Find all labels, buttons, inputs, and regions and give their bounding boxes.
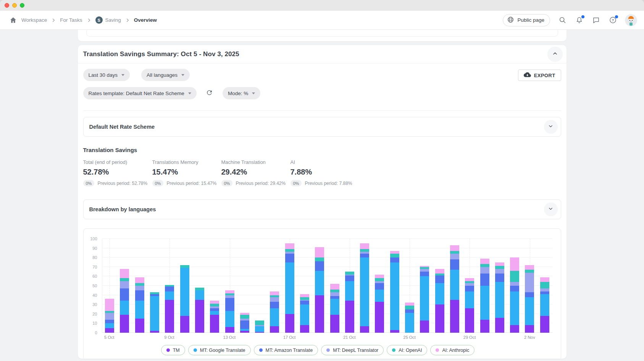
bar-stack-14-oct[interactable] xyxy=(240,313,249,333)
bar-segment[interactable] xyxy=(105,299,114,311)
bar-segment[interactable] xyxy=(300,325,309,333)
bar-segment[interactable] xyxy=(510,257,519,270)
bar-segment[interactable] xyxy=(525,265,534,270)
bar-segment[interactable] xyxy=(105,323,114,328)
bar-segment[interactable] xyxy=(510,271,519,282)
bar-segment[interactable] xyxy=(495,266,504,269)
bar-segment[interactable] xyxy=(450,254,459,259)
bar-segment[interactable] xyxy=(525,273,534,293)
bar-segment[interactable] xyxy=(345,281,354,301)
bar-stack-26-oct[interactable] xyxy=(420,266,429,333)
date-range-filter[interactable]: Last 30 days xyxy=(83,69,130,81)
bar-stack-25-oct[interactable] xyxy=(405,303,414,333)
bar-segment[interactable] xyxy=(120,278,129,281)
bar-segment[interactable] xyxy=(120,301,129,315)
bar-segment[interactable] xyxy=(240,315,249,319)
bar-segment[interactable] xyxy=(390,254,399,257)
bar-segment[interactable] xyxy=(405,313,414,333)
bar-segment[interactable] xyxy=(360,249,369,252)
bar-segment[interactable] xyxy=(450,270,459,300)
bar-segment[interactable] xyxy=(285,254,294,262)
legend-item-ai-openai[interactable]: AI: OpenAI xyxy=(387,345,427,355)
bar-segment[interactable] xyxy=(135,286,144,290)
bar-segment[interactable] xyxy=(300,297,309,300)
bar-segment[interactable] xyxy=(480,264,489,267)
mode-filter[interactable]: Mode: % xyxy=(223,87,260,99)
bar-segment[interactable] xyxy=(285,243,294,249)
bar-segment[interactable] xyxy=(240,331,249,333)
bar-segment[interactable] xyxy=(375,275,384,278)
bar-segment[interactable] xyxy=(195,288,204,290)
bar-segment[interactable] xyxy=(540,277,549,282)
breadcrumb-overview[interactable]: Overview xyxy=(134,17,157,23)
bar-segment[interactable] xyxy=(510,286,519,291)
bar-segment[interactable] xyxy=(255,332,264,333)
bar-stack-10-oct[interactable] xyxy=(180,265,189,333)
bar-segment[interactable] xyxy=(495,262,504,266)
bar-segment[interactable] xyxy=(510,291,519,325)
bar-segment[interactable] xyxy=(375,283,384,290)
bar-segment[interactable] xyxy=(270,308,279,326)
bar-segment[interactable] xyxy=(330,299,339,315)
bar-segment[interactable] xyxy=(495,282,504,317)
bar-segment[interactable] xyxy=(315,271,324,295)
bar-stack-23-oct[interactable] xyxy=(375,275,384,333)
bar-segment[interactable] xyxy=(135,277,144,283)
bar-segment[interactable] xyxy=(330,315,339,333)
breakdown-section-toggle[interactable]: Breakdown by languages xyxy=(83,199,561,219)
bar-segment[interactable] xyxy=(540,288,549,291)
rate-scheme-section-toggle[interactable]: Default Net Rate Scheme xyxy=(83,117,561,137)
legend-item-tm[interactable]: TM xyxy=(161,345,185,355)
bar-segment[interactable] xyxy=(120,281,129,289)
bar-segment[interactable] xyxy=(345,272,354,274)
bar-segment[interactable] xyxy=(210,301,219,303)
bar-stack-2-nov[interactable] xyxy=(525,265,534,333)
bar-segment[interactable] xyxy=(465,308,474,333)
bar-segment[interactable] xyxy=(330,284,339,290)
bar-segment[interactable] xyxy=(120,288,129,301)
bar-stack-24-oct[interactable] xyxy=(390,251,399,333)
bar-segment[interactable] xyxy=(315,257,324,261)
bar-segment[interactable] xyxy=(435,269,444,274)
breadcrumb-saving[interactable]: S Saving xyxy=(95,16,121,24)
bar-segment[interactable] xyxy=(315,295,324,333)
bar-segment[interactable] xyxy=(375,302,384,333)
bar-segment[interactable] xyxy=(105,320,114,324)
bar-stack-30-oct[interactable] xyxy=(480,259,489,333)
bar-segment[interactable] xyxy=(120,315,129,333)
bar-segment[interactable] xyxy=(360,243,369,249)
bar-stack-16-oct[interactable] xyxy=(270,291,279,333)
bar-segment[interactable] xyxy=(495,318,504,333)
bar-segment[interactable] xyxy=(225,290,234,293)
bar-segment[interactable] xyxy=(405,306,414,309)
bar-stack-27-oct[interactable] xyxy=(435,269,444,333)
bar-stack-29-oct[interactable] xyxy=(465,278,474,333)
bar-segment[interactable] xyxy=(465,278,474,281)
bar-segment[interactable] xyxy=(150,296,159,331)
bar-segment[interactable] xyxy=(510,282,519,286)
bar-segment[interactable] xyxy=(390,251,399,254)
bar-segment[interactable] xyxy=(135,319,144,333)
bar-segment[interactable] xyxy=(255,326,264,332)
bar-segment[interactable] xyxy=(540,291,549,294)
bar-segment[interactable] xyxy=(240,321,249,329)
bar-segment[interactable] xyxy=(210,308,219,311)
bar-segment[interactable] xyxy=(375,290,384,302)
bar-stack-19-oct[interactable] xyxy=(315,247,324,333)
bar-segment[interactable] xyxy=(540,282,549,288)
messages-icon[interactable] xyxy=(591,16,600,25)
bar-segment[interactable] xyxy=(165,287,174,291)
bar-segment[interactable] xyxy=(150,331,159,333)
breadcrumb-for-tasks[interactable]: For Tasks xyxy=(60,17,82,23)
bar-stack-1-nov[interactable] xyxy=(510,257,519,333)
bar-segment[interactable] xyxy=(480,274,489,286)
export-button[interactable]: EXPORT xyxy=(518,70,561,81)
bar-segment[interactable] xyxy=(330,296,339,299)
refresh-button[interactable] xyxy=(205,89,214,98)
bar-segment[interactable] xyxy=(360,257,369,326)
zoom-window-button[interactable] xyxy=(20,3,24,8)
bar-segment[interactable] xyxy=(435,283,444,305)
bar-segment[interactable] xyxy=(390,257,399,262)
bar-stack-7-oct[interactable] xyxy=(135,277,144,333)
bar-stack-18-oct[interactable] xyxy=(300,294,309,333)
